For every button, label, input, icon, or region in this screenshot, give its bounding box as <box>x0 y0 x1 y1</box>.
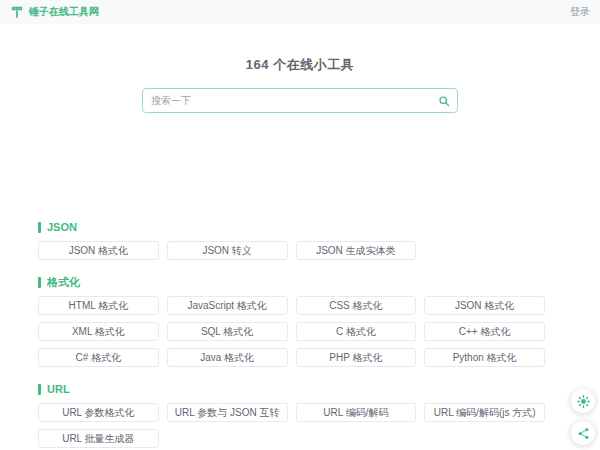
tool-button[interactable]: Java 格式化 <box>167 348 288 367</box>
tool-section-json: JSONJSON 格式化JSON 转义JSON 生成实体类 <box>38 222 545 260</box>
hammer-icon <box>10 5 24 19</box>
tool-button[interactable]: Python 格式化 <box>424 348 545 367</box>
site-name: 锤子在线工具网 <box>29 5 99 19</box>
tool-section-format: 格式化HTML 格式化JavaScript 格式化CSS 格式化JSON 格式化… <box>38 277 545 367</box>
tool-grid: HTML 格式化JavaScript 格式化CSS 格式化JSON 格式化XML… <box>38 296 545 367</box>
tool-button[interactable]: SQL 格式化 <box>167 322 288 341</box>
section-title-url: URL <box>38 384 545 395</box>
section-title-format: 格式化 <box>38 277 545 288</box>
tool-button[interactable]: URL 参数与 JSON 互转 <box>167 403 288 422</box>
search-box <box>142 88 458 113</box>
sun-icon <box>577 395 590 408</box>
search-icon[interactable] <box>431 89 457 112</box>
tool-button[interactable]: URL 编码/解码(js 方式) <box>424 403 545 422</box>
tool-button[interactable]: C++ 格式化 <box>424 322 545 341</box>
top-header: 锤子在线工具网 登录 <box>0 0 600 24</box>
theme-toggle-button[interactable] <box>571 389 595 413</box>
tool-button[interactable]: JavaScript 格式化 <box>167 296 288 315</box>
share-button[interactable] <box>571 421 595 445</box>
tool-button[interactable]: HTML 格式化 <box>38 296 159 315</box>
tool-grid: URL 参数格式化URL 参数与 JSON 互转URL 编码/解码URL 编码/… <box>38 403 545 448</box>
tool-button[interactable]: PHP 格式化 <box>296 348 417 367</box>
tool-button[interactable]: JSON 生成实体类 <box>296 241 417 260</box>
main-content: 164 个在线小工具 JSONJSON 格式化JSON 转义JSON 生成实体类… <box>0 56 600 448</box>
tool-button[interactable]: C# 格式化 <box>38 348 159 367</box>
page-title: 164 个在线小工具 <box>0 56 600 74</box>
tool-button[interactable]: C 格式化 <box>296 322 417 341</box>
share-icon <box>577 427 590 440</box>
tool-button[interactable]: JSON 格式化 <box>424 296 545 315</box>
section-title-json: JSON <box>38 222 545 233</box>
tool-button[interactable]: CSS 格式化 <box>296 296 417 315</box>
tool-sections: JSONJSON 格式化JSON 转义JSON 生成实体类格式化HTML 格式化… <box>38 222 545 448</box>
tool-button[interactable]: URL 批量生成器 <box>38 429 159 448</box>
tool-button[interactable]: URL 参数格式化 <box>38 403 159 422</box>
search-input[interactable] <box>143 89 431 112</box>
tool-section-url: URLURL 参数格式化URL 参数与 JSON 互转URL 编码/解码URL … <box>38 384 545 448</box>
tool-button[interactable]: JSON 格式化 <box>38 241 159 260</box>
tool-grid: JSON 格式化JSON 转义JSON 生成实体类 <box>38 241 545 260</box>
tool-button[interactable]: URL 编码/解码 <box>296 403 417 422</box>
tool-button[interactable]: JSON 转义 <box>167 241 288 260</box>
login-link[interactable]: 登录 <box>570 5 590 19</box>
tool-button[interactable]: XML 格式化 <box>38 322 159 341</box>
site-logo[interactable]: 锤子在线工具网 <box>10 5 99 19</box>
